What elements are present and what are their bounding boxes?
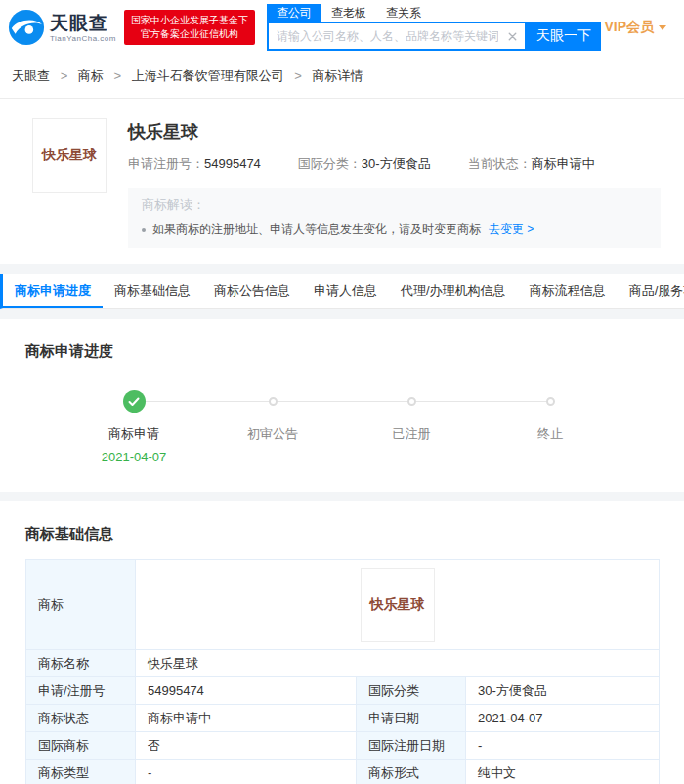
pending-step-icon <box>546 397 555 406</box>
value-cell: 54995474 <box>136 677 357 705</box>
search-row: 天眼一下 <box>267 22 601 51</box>
breadcrumb-current: 商标详情 <box>313 68 363 83</box>
application-progress-section: 商标申请进度 商标申请 2021-04-07 初审公告 <box>0 319 684 492</box>
search-input[interactable] <box>269 29 506 43</box>
table-row: 商标类型 - 商标形式 纯中文 <box>26 760 660 784</box>
label-cell: 国际注册日期 <box>357 732 466 760</box>
value-cell: 否 <box>136 732 357 760</box>
vip-link[interactable]: VIP会员 <box>604 19 672 36</box>
interpretation-box: 商标解读： 如果商标的注册地址、申请人等信息发生变化，请及时变更商标 去变更 > <box>128 188 661 248</box>
search-button[interactable]: 天眼一下 <box>527 22 601 51</box>
cert-line-2: 官方备案企业征信机构 <box>131 27 248 41</box>
search-tab-company[interactable]: 查公司 <box>267 4 321 22</box>
search-area: 查公司 查老板 查关系 天眼一下 <box>267 4 601 51</box>
value-cell: - <box>466 732 660 760</box>
tab-goods-services[interactable]: 商品/服务项目 <box>618 274 684 308</box>
tab-process-info[interactable]: 商标流程信息 <box>518 274 618 308</box>
trademark-summary-body: 快乐星球 申请注册号：54995474 国际分类：30-方便食品 当前状态：商标… <box>128 118 661 248</box>
field-registration-number: 申请注册号：54995474 <box>128 155 261 173</box>
breadcrumb-separator: > <box>294 68 302 83</box>
logo-text: 天眼查 <box>50 13 116 34</box>
trademark-image-text: 快乐星球 <box>370 596 425 614</box>
trademark-image-text: 快乐星球 <box>42 147 97 164</box>
interpretation-text: 如果商标的注册地址、申请人等信息发生变化，请及时变更商标 <box>152 221 481 238</box>
value-cell: 2021-04-07 <box>466 705 660 732</box>
search-tab-relation[interactable]: 查关系 <box>376 4 431 22</box>
value-cell: 快乐星球 <box>136 650 660 677</box>
trademark-title: 快乐星球 <box>128 120 661 144</box>
tab-application-progress[interactable]: 商标申请进度 <box>3 274 103 308</box>
trademark-image: 快乐星球 <box>32 118 107 193</box>
field-current-status: 当前状态：商标申请中 <box>468 155 595 173</box>
interpretation-line: 如果商标的注册地址、申请人等信息发生变化，请及时变更商标 去变更 > <box>142 221 647 238</box>
step-label: 初审公告 <box>203 425 342 443</box>
label-cell: 商标类型 <box>26 760 136 784</box>
certification-badge: 国家中小企业发展子基金下 官方备案企业征信机构 <box>124 10 255 45</box>
step-date: 2021-04-07 <box>64 450 203 464</box>
basic-info-table: 商标 快乐星球 商标名称 快乐星球 申请/注册号 54995474 国际分类 3… <box>25 559 660 784</box>
progress-step-terminated: 终止 <box>481 390 620 464</box>
tianyancha-logo[interactable]: 天眼查 TianYanCha.com <box>8 9 116 46</box>
step-circle-row <box>481 390 620 413</box>
field-label: 当前状态： <box>468 156 532 171</box>
label-cell: 申请日期 <box>357 705 466 732</box>
tab-gazette-info[interactable]: 商标公告信息 <box>202 274 302 308</box>
cert-line-1: 国家中小企业发展子基金下 <box>131 14 248 27</box>
tab-applicant-info[interactable]: 申请人信息 <box>302 274 389 308</box>
chevron-down-icon <box>659 25 666 30</box>
field-value: 30-方便食品 <box>362 156 431 171</box>
bullet-icon <box>142 228 146 232</box>
tab-agency-info[interactable]: 代理/办理机构信息 <box>389 274 518 308</box>
table-row: 商标 快乐星球 <box>26 560 660 650</box>
value-cell: 30-方便食品 <box>466 677 660 705</box>
step-circle-row <box>342 390 481 413</box>
clear-search-icon[interactable] <box>506 30 519 43</box>
tab-basic-info[interactable]: 商标基础信息 <box>103 274 202 308</box>
step-label: 已注册 <box>342 425 481 443</box>
label-cell: 申请/注册号 <box>26 677 136 705</box>
logo-subtext: TianYanCha.com <box>50 34 116 43</box>
label-cell: 国际分类 <box>357 677 466 705</box>
trademark-summary: 快乐星球 快乐星球 申请注册号：54995474 国际分类：30-方便食品 当前… <box>0 99 684 264</box>
tianyancha-logo-icon <box>8 9 45 46</box>
progress-step-applied: 商标申请 2021-04-07 <box>64 390 203 464</box>
label-cell: 商标形式 <box>357 760 466 784</box>
breadcrumb: 天眼查 > 商标 > 上海斗石餐饮管理有限公司 > 商标详情 <box>0 55 684 99</box>
header: 天眼查 TianYanCha.com 国家中小企业发展子基金下 官方备案企业征信… <box>0 0 684 55</box>
search-tabs: 查公司 查老板 查关系 <box>267 4 601 22</box>
progress-step-preliminary: 初审公告 <box>203 390 342 464</box>
table-row: 申请/注册号 54995474 国际分类 30-方便食品 <box>26 677 660 705</box>
progress-stepper: 商标申请 2021-04-07 初审公告 已注册 终止 <box>64 390 620 464</box>
basic-info-section-title: 商标基础信息 <box>25 525 659 544</box>
field-value: 商标申请中 <box>532 156 595 171</box>
breadcrumb-separator: > <box>113 68 121 83</box>
trademark-image-table: 快乐星球 <box>361 568 435 642</box>
table-row: 国际商标 否 国际注册日期 - <box>26 732 660 760</box>
pending-step-icon <box>269 397 278 406</box>
change-trademark-link[interactable]: 去变更 > <box>489 221 534 238</box>
field-value: 54995474 <box>204 156 261 171</box>
search-tab-boss[interactable]: 查老板 <box>321 4 376 22</box>
table-row: 商标状态 商标申请中 申请日期 2021-04-07 <box>26 705 660 732</box>
field-international-class: 国际分类：30-方便食品 <box>298 155 431 173</box>
breadcrumb-trademark[interactable]: 商标 <box>78 68 104 83</box>
breadcrumb-company[interactable]: 上海斗石餐饮管理有限公司 <box>132 68 284 83</box>
field-label: 申请注册号： <box>128 156 204 171</box>
tianyancha-trademark-page: 天眼查 TianYanCha.com 国家中小企业发展子基金下 官方备案企业征信… <box>0 0 684 784</box>
breadcrumb-home[interactable]: 天眼查 <box>12 68 50 83</box>
value-cell: 快乐星球 <box>136 560 660 650</box>
field-label: 国际分类： <box>298 156 362 171</box>
value-cell: - <box>136 760 357 784</box>
breadcrumb-separator: > <box>61 68 68 83</box>
label-cell: 商标名称 <box>26 650 136 677</box>
label-cell: 商标状态 <box>26 705 136 732</box>
check-icon <box>123 390 146 413</box>
label-cell: 国际商标 <box>26 732 136 760</box>
step-label: 终止 <box>481 425 620 443</box>
pending-step-icon <box>407 397 416 406</box>
value-cell: 纯中文 <box>466 760 660 784</box>
basic-info-section: 商标基础信息 商标 快乐星球 商标名称 快乐星球 申请/注册号 54995474… <box>0 501 684 784</box>
step-label: 商标申请 <box>64 425 203 443</box>
vip-label: VIP会员 <box>604 19 654 36</box>
step-circle-row <box>64 390 203 413</box>
